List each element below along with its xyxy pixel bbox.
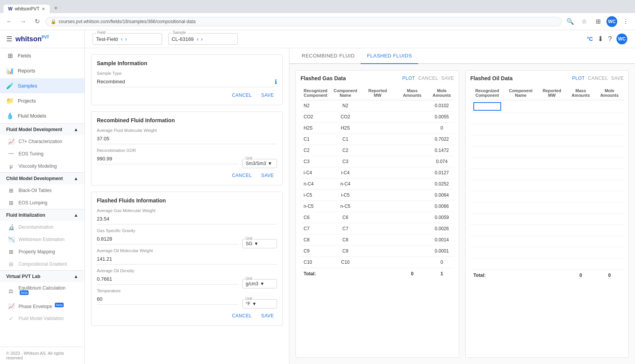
sidebar-item-equilibrium[interactable]: ⚖ Equilibrium Calculation beta (0, 282, 84, 300)
tab-close-icon[interactable]: ✕ (42, 7, 45, 12)
oil-recognized-8[interactable] (470, 191, 504, 202)
gas-reported-mw-8[interactable] (360, 190, 395, 201)
oil-mass-6[interactable] (566, 169, 595, 180)
section-child-model-dev[interactable]: Child Model Development ▲ (0, 172, 84, 184)
oil-reported-mw-4[interactable] (537, 147, 566, 158)
sidebar-item-property-mapping[interactable]: ⊞ Property Mapping (0, 246, 84, 258)
oil-reported-mw-11[interactable] (537, 225, 566, 236)
gas-reported-mw-4[interactable] (360, 145, 395, 156)
oil-reported-mw-2[interactable] (537, 124, 566, 135)
sidebar-item-black-oil[interactable]: ⊞ Black-Oil Tables (0, 184, 84, 197)
gas-mass-8[interactable] (395, 190, 430, 201)
oil-mass-11[interactable] (566, 225, 595, 236)
gas-reported-mw-2[interactable] (360, 123, 395, 134)
sidebar-item-fields[interactable]: ⊞ Fields (0, 48, 84, 63)
extensions-icon[interactable]: ⊞ (593, 16, 603, 27)
oil-recognized-9[interactable] (470, 202, 504, 214)
oil-mass-12[interactable] (566, 236, 595, 247)
gas-reported-mw-12[interactable] (360, 234, 395, 246)
oil-mass-10[interactable] (566, 214, 595, 225)
new-tab-button[interactable]: + (51, 3, 61, 13)
oil-component-2[interactable] (504, 124, 538, 135)
sample-info-cancel-button[interactable]: CANCEL (229, 91, 255, 99)
gas-reported-mw-6[interactable] (360, 167, 395, 179)
oil-mass-9[interactable] (566, 202, 595, 214)
oil-component-10[interactable] (504, 214, 538, 225)
oil-mass-1[interactable] (566, 113, 595, 124)
flashed-fluids-cancel-button[interactable]: CANCEL (229, 312, 255, 320)
oil-component-3[interactable] (504, 135, 538, 147)
oil-mole-6[interactable] (595, 169, 624, 180)
flashed-gas-save-button[interactable]: SAVE (441, 76, 454, 81)
gas-reported-mw-3[interactable] (360, 134, 395, 145)
oil-reported-mw-7[interactable] (537, 180, 566, 191)
oil-reported-mw-8[interactable] (537, 191, 566, 202)
oil-reported-mw-0[interactable] (537, 100, 566, 113)
gas-mass-11[interactable] (395, 223, 430, 234)
oil-mass-13[interactable] (566, 247, 595, 258)
sample-info-save-button[interactable]: SAVE (258, 91, 277, 99)
flashed-fluids-save-button[interactable]: SAVE (258, 312, 277, 320)
gas-mass-4[interactable] (395, 145, 430, 156)
oil-mole-5[interactable] (595, 158, 624, 169)
gas-reported-mw-1[interactable] (360, 111, 395, 123)
gas-mass-9[interactable] (395, 201, 430, 212)
oil-component-13[interactable] (504, 247, 538, 258)
oil-mole-0[interactable] (595, 100, 624, 113)
oil-recognized-3[interactable] (470, 135, 504, 147)
oil-component-7[interactable] (504, 180, 538, 191)
oil-mole-8[interactable] (595, 191, 624, 202)
back-button[interactable]: ← (4, 16, 15, 27)
download-icon[interactable]: ⬇ (598, 35, 603, 43)
oil-reported-mw-9[interactable] (537, 202, 566, 214)
oil-recognized-11[interactable] (470, 225, 504, 236)
oil-mole-1[interactable] (595, 113, 624, 124)
oil-recognized-13[interactable] (470, 247, 504, 258)
reload-button[interactable]: ↻ (32, 16, 42, 27)
field-prev-button[interactable]: ‹ (120, 35, 123, 43)
sidebar-item-c7plus[interactable]: 📈 C7+ Characterization (0, 135, 84, 148)
oil-mole-7[interactable] (595, 180, 624, 191)
oil-recognized-4[interactable] (470, 147, 504, 158)
oil-mass-2[interactable] (566, 124, 595, 135)
gas-reported-mw-10[interactable] (360, 212, 395, 223)
temp-unit-toggle[interactable]: °C (587, 36, 593, 42)
oil-mole-3[interactable] (595, 135, 624, 147)
oil-mole-10[interactable] (595, 214, 624, 225)
oil-component-11[interactable] (504, 225, 538, 236)
oil-mass-14[interactable] (566, 258, 595, 270)
oil-recognized-10[interactable] (470, 214, 504, 225)
oil-recognized-1[interactable] (470, 113, 504, 124)
search-browser-icon[interactable]: 🔍 (565, 16, 576, 27)
gas-reported-mw-9[interactable] (360, 201, 395, 212)
sidebar-item-samples[interactable]: 🧪 Samples (0, 78, 84, 93)
gas-mass-6[interactable] (395, 167, 430, 179)
oil-mole-9[interactable] (595, 202, 624, 214)
oil-component-9[interactable] (504, 202, 538, 214)
sidebar-item-eos-lumping[interactable]: ⊞ EOS Lumping (0, 197, 84, 209)
oil-mass-5[interactable] (566, 158, 595, 169)
sidebar-item-viscosity[interactable]: μ Viscosity Modeling (0, 160, 84, 172)
oil-reported-mw-12[interactable] (537, 236, 566, 247)
sidebar-item-reports[interactable]: 📊 Reports (0, 63, 84, 78)
gas-mass-0[interactable] (395, 100, 430, 111)
oil-recognized-7[interactable] (470, 180, 504, 191)
oil-component-1[interactable] (504, 113, 538, 124)
gas-mass-3[interactable] (395, 134, 430, 145)
oil-reported-mw-14[interactable] (537, 258, 566, 270)
oil-mole-11[interactable] (595, 225, 624, 236)
oil-mass-4[interactable] (566, 147, 595, 158)
oil-reported-mw-10[interactable] (537, 214, 566, 225)
flashed-oil-save-button[interactable]: SAVE (611, 76, 624, 81)
oil-component-4[interactable] (504, 147, 538, 158)
gas-mass-7[interactable] (395, 179, 430, 190)
sidebar-item-phase-envelope[interactable]: 📈 Phase Envelope beta (0, 300, 84, 312)
sample-next-button[interactable]: › (200, 35, 204, 43)
oil-recognized-12[interactable] (470, 236, 504, 247)
gas-mass-14[interactable] (395, 257, 430, 268)
sidebar-item-fluid-models[interactable]: 💧 Fluid Models (0, 108, 84, 123)
address-bar[interactable]: 🔒 courses.pvt.whitson.com/fields/18/samp… (46, 17, 562, 26)
help-icon[interactable]: ? (608, 35, 612, 43)
oil-component-14[interactable] (504, 258, 538, 270)
field-selector[interactable]: Field Test-Field ‹ › (93, 33, 162, 45)
